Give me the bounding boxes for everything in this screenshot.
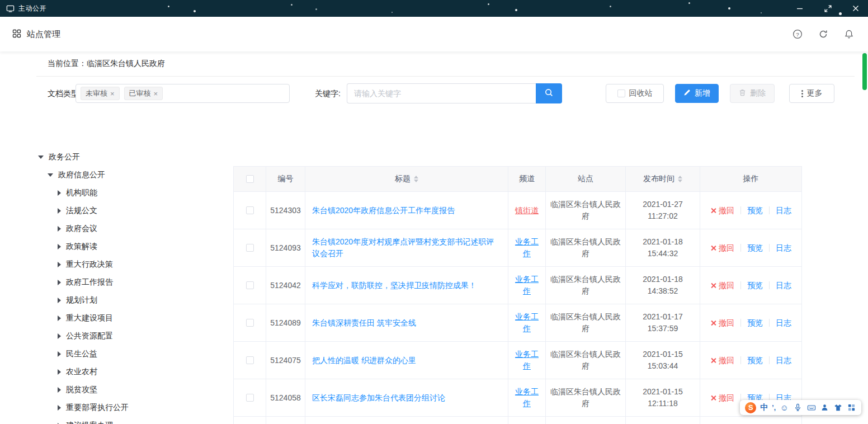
scrollbar[interactable] [861, 51, 868, 424]
recycle-bin-button[interactable]: 回收站 [606, 84, 664, 103]
scrollbar-thumb[interactable] [862, 53, 867, 90]
tree-item-label: 政府信息公开 [58, 170, 105, 180]
tree-item[interactable]: 农业农村 [36, 363, 229, 381]
tree-item[interactable]: 政府会议 [36, 220, 229, 238]
preview-button[interactable]: 预览 [747, 317, 763, 329]
skin-icon[interactable] [833, 403, 843, 412]
tree-item[interactable]: 建议提案办理 [36, 417, 229, 424]
tree-item[interactable]: 脱贫攻坚 [36, 381, 229, 399]
doc-title-link[interactable]: 科学应对，联防联控，坚决捍卫疫情防控成果！ [312, 280, 477, 291]
appbar: 站点管理 ? [0, 17, 868, 51]
emoji-icon[interactable]: ☺ [780, 403, 789, 412]
channel-link[interactable]: 业务工作 [513, 236, 541, 260]
col-actions: 操作 [743, 174, 759, 184]
tree-item-zhengfuxinxigongkai[interactable]: 政府信息公开 [36, 166, 229, 184]
row-checkbox[interactable] [246, 319, 254, 327]
channel-link[interactable]: 业务工作 [513, 274, 541, 297]
tag-close-icon[interactable]: × [110, 90, 115, 97]
doc-type-tags-box[interactable]: 未审核 × 已审核 × [76, 84, 290, 103]
log-button[interactable]: 日志 [776, 355, 791, 366]
select-all-checkbox[interactable] [246, 175, 254, 183]
bell-icon[interactable] [843, 29, 855, 40]
ime-toolbar: S 中 ’, ☺ [740, 400, 861, 415]
tree-item[interactable]: 机构职能 [36, 184, 229, 202]
tree-item[interactable]: 公共资源配置 [36, 327, 229, 345]
row-checkbox[interactable] [246, 394, 254, 402]
recycle-checkbox[interactable] [617, 89, 625, 97]
help-icon[interactable]: ? [792, 29, 803, 40]
ime-punctuation-toggle[interactable]: ’, [772, 404, 776, 412]
toolbox-grid-icon[interactable] [847, 403, 856, 412]
row-checkbox[interactable] [246, 206, 254, 214]
tree-item-label: 机构职能 [66, 188, 97, 198]
tree-item[interactable]: 法规公文 [36, 202, 229, 220]
preview-button[interactable]: 预览 [747, 280, 763, 291]
table-row: 5124075 把人性的温暖 织进群众的心里 业务工作 临淄区朱台镇人民政府 2… [234, 342, 801, 379]
tag-label: 未审核 [86, 88, 107, 98]
add-button[interactable]: 新增 [675, 84, 719, 103]
preview-button[interactable]: 预览 [747, 242, 763, 254]
tag-close-icon[interactable]: × [154, 90, 158, 97]
delete-button[interactable]: 删除 [730, 84, 775, 103]
tree-item[interactable]: 民生公益 [36, 345, 229, 363]
tree-item[interactable]: 政策解读 [36, 238, 229, 256]
keyword-input[interactable] [347, 83, 536, 103]
revoke-button[interactable]: 撤回 [710, 280, 734, 291]
x-icon [710, 208, 716, 214]
revoke-button[interactable]: 撤回 [710, 355, 734, 366]
user-icon[interactable] [820, 403, 829, 412]
more-button[interactable]: 更多 [789, 84, 834, 103]
doc-title-link[interactable]: 区长宋磊同志参加朱台代表团分组讨论 [312, 392, 445, 404]
more-dots-icon [801, 90, 803, 97]
preview-button[interactable]: 预览 [747, 355, 763, 366]
x-icon [710, 395, 716, 401]
maximize-button[interactable] [823, 4, 832, 13]
tree-item-label: 公共资源配置 [66, 331, 113, 341]
caret-right-icon [58, 333, 61, 339]
tree-item[interactable]: 重要部署执行公开 [36, 399, 229, 417]
minimize-button[interactable] [795, 4, 804, 13]
log-button[interactable]: 日志 [776, 242, 791, 254]
preview-button[interactable]: 预览 [747, 205, 763, 216]
log-button[interactable]: 日志 [776, 205, 791, 216]
caret-right-icon [58, 280, 61, 285]
ime-mode-toggle[interactable]: 中 [760, 403, 768, 413]
sogou-logo[interactable]: S [745, 402, 756, 413]
row-checkbox[interactable] [246, 281, 254, 289]
tree-item[interactable]: 规划计划 [36, 291, 229, 309]
mic-icon[interactable] [793, 403, 803, 412]
refresh-icon[interactable] [818, 29, 829, 40]
close-button[interactable] [851, 4, 860, 13]
col-id: 编号 [278, 174, 294, 184]
doc-title-link[interactable]: 朱台镇深耕责任田 筑牢安全线 [312, 317, 416, 329]
log-button[interactable]: 日志 [776, 317, 791, 329]
revoke-button[interactable]: 撤回 [710, 392, 734, 404]
revoke-button[interactable]: 撤回 [710, 205, 734, 216]
divider [769, 319, 770, 327]
caret-right-icon [58, 244, 61, 249]
channel-link[interactable]: 业务工作 [513, 311, 541, 335]
revoke-button[interactable]: 撤回 [710, 242, 734, 254]
tree-item[interactable]: 重大建设项目 [36, 309, 229, 327]
channel-link[interactable]: 业务工作 [513, 348, 541, 372]
channel-link[interactable]: 业务工作 [513, 386, 541, 409]
log-button[interactable]: 日志 [776, 280, 791, 291]
tree-item-zhengwugongkai[interactable]: 政务公开 [36, 148, 229, 166]
doc-title-link[interactable]: 朱台镇2020年度对村观摩点评暨村党支部书记述职评议会召开 [312, 236, 501, 260]
revoke-button[interactable]: 撤回 [710, 317, 734, 329]
tree-item-label: 法规公文 [66, 206, 97, 216]
channel-link[interactable]: 镇街道 [515, 205, 539, 216]
doc-title-link[interactable]: 朱台镇2020年政府信息公开工作年度报告 [312, 205, 455, 216]
row-checkbox[interactable] [246, 356, 254, 364]
row-checkbox[interactable] [246, 244, 254, 252]
tree-item[interactable]: 政府工作报告 [36, 274, 229, 291]
keyboard-icon[interactable] [806, 403, 816, 412]
sort-icon[interactable] [414, 176, 418, 182]
doc-title-link[interactable]: 把人性的温暖 织进群众的心里 [312, 355, 416, 366]
window-titlebar: 主动公开 [0, 0, 868, 17]
main-content: 当前位置：临淄区朱台镇人民政府 文档类型: 未审核 × 已审核 × 关键字: 回… [0, 51, 861, 424]
doc-id: 5124042 [270, 280, 301, 291]
sort-icon[interactable] [678, 176, 682, 182]
search-button[interactable] [536, 83, 562, 103]
tree-item[interactable]: 重大行政决策 [36, 256, 229, 274]
